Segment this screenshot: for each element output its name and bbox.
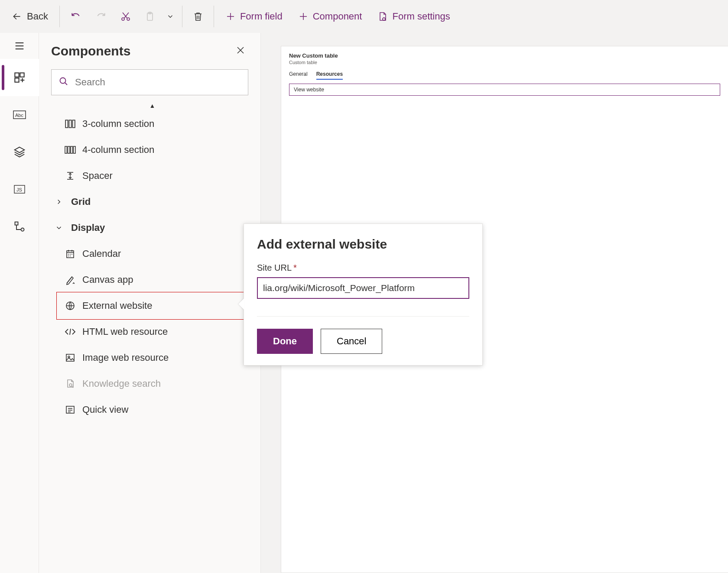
rail-components[interactable] (0, 59, 39, 96)
svg-rect-21 (71, 146, 73, 153)
columns-3-icon (64, 119, 76, 129)
dialog-footer: Done Cancel (257, 316, 469, 354)
item-canvas-app[interactable]: Canvas app (48, 267, 257, 293)
rail-hamburger[interactable] (0, 33, 39, 59)
close-panel-button[interactable] (233, 42, 248, 60)
add-form-field-button[interactable]: Form field (218, 6, 289, 27)
paste-options-button[interactable] (163, 6, 178, 27)
item-label: HTML web resource (82, 326, 168, 337)
paste-button[interactable] (139, 6, 161, 27)
item-external-website[interactable]: External website (48, 293, 257, 319)
divider (182, 6, 182, 27)
plus-icon (225, 11, 236, 22)
item-label: External website (82, 300, 152, 311)
item-label: 3-column section (82, 118, 154, 129)
group-label: Grid (71, 196, 91, 207)
undo-icon (70, 11, 81, 22)
component-tree: ▲ 3-column section 4-column section Spac… (39, 99, 260, 573)
delete-button[interactable] (187, 6, 209, 27)
add-external-website-dialog: Add external website Site URL * Done Can… (244, 223, 483, 366)
item-label: Spacer (82, 170, 113, 181)
rail-abc[interactable]: Abc (0, 96, 39, 133)
svg-rect-7 (15, 78, 19, 82)
form-field-label: Form field (240, 11, 283, 22)
svg-rect-25 (66, 354, 74, 361)
main-area: Abc JS Components ▲ (0, 33, 728, 573)
tab-resources[interactable]: Resources (316, 71, 343, 80)
scroll-up-indicator[interactable]: ▲ (48, 102, 257, 111)
svg-rect-18 (72, 120, 75, 127)
back-label: Back (27, 11, 48, 22)
add-component-button[interactable]: Component (291, 6, 369, 27)
section-label: View website (294, 87, 324, 93)
svg-rect-5 (15, 73, 19, 77)
redo-button[interactable] (89, 6, 113, 27)
item-knowledge-search[interactable]: Knowledge search (48, 371, 257, 397)
item-spacer[interactable]: Spacer (48, 163, 257, 189)
undo-button[interactable] (64, 6, 88, 27)
svg-rect-20 (68, 146, 70, 153)
svg-point-14 (21, 228, 24, 231)
divider (214, 6, 214, 27)
done-button[interactable]: Done (257, 329, 313, 354)
label-text: Site URL (257, 263, 292, 273)
form-settings-button[interactable]: Form settings (370, 6, 457, 27)
canvas-tabs: General Resources (289, 71, 720, 80)
tab-general[interactable]: General (289, 71, 308, 80)
canvas-title: New Custom table (289, 52, 720, 59)
image-icon (64, 353, 76, 363)
required-indicator: * (293, 263, 297, 273)
back-button[interactable]: Back (4, 6, 55, 27)
knowledge-search-icon (64, 379, 76, 389)
rail-tree[interactable] (0, 208, 39, 245)
svg-point-0 (122, 18, 124, 20)
cut-button[interactable] (114, 6, 137, 27)
dialog-pointer (238, 298, 244, 310)
site-url-label: Site URL * (257, 263, 469, 273)
rail-js[interactable]: JS (0, 171, 39, 208)
group-label: Display (71, 222, 105, 233)
svg-point-15 (60, 78, 66, 84)
trash-icon (193, 11, 203, 22)
svg-point-4 (383, 18, 385, 20)
svg-point-27 (69, 384, 72, 386)
search-input[interactable] (75, 77, 241, 88)
group-grid[interactable]: Grid (48, 189, 257, 215)
left-rail: Abc JS (0, 33, 39, 573)
form-settings-icon (377, 11, 388, 22)
paste-icon (145, 11, 155, 22)
svg-text:JS: JS (16, 187, 22, 192)
form-settings-label: Form settings (392, 11, 450, 22)
item-4-column-section[interactable]: 4-column section (48, 137, 257, 163)
command-bar: Back Form field Compone (0, 0, 728, 33)
svg-marker-10 (14, 147, 24, 153)
cancel-button[interactable]: Cancel (321, 329, 382, 354)
group-display[interactable]: Display (48, 215, 257, 241)
canvas-app-icon (64, 275, 76, 285)
svg-rect-16 (65, 120, 68, 127)
item-label: 4-column section (82, 144, 154, 155)
item-label: Calendar (82, 248, 121, 259)
canvas-subtitle: Custom table (289, 60, 720, 65)
item-3-column-section[interactable]: 3-column section (48, 111, 257, 137)
panel-title: Components (51, 44, 130, 58)
svg-rect-17 (69, 120, 71, 127)
chevron-right-icon (53, 198, 65, 206)
component-label: Component (313, 11, 362, 22)
components-panel: Components ▲ 3-column section 4-column s… (39, 33, 261, 573)
dialog-title: Add external website (257, 237, 469, 252)
item-image-web-resource[interactable]: Image web resource (48, 345, 257, 371)
item-quick-view[interactable]: Quick view (48, 397, 257, 423)
site-url-input[interactable] (257, 277, 469, 299)
columns-4-icon (64, 145, 76, 155)
plus-icon (298, 11, 309, 22)
item-html-web-resource[interactable]: HTML web resource (48, 319, 257, 345)
item-label: Image web resource (82, 352, 169, 363)
item-calendar[interactable]: Calendar (48, 241, 257, 267)
search-box[interactable] (51, 69, 248, 95)
quick-view-icon (64, 405, 76, 414)
rail-layers[interactable] (0, 133, 39, 171)
item-label: Knowledge search (82, 378, 161, 389)
canvas-section-view-website[interactable]: View website (289, 84, 720, 96)
code-icon (64, 327, 76, 336)
